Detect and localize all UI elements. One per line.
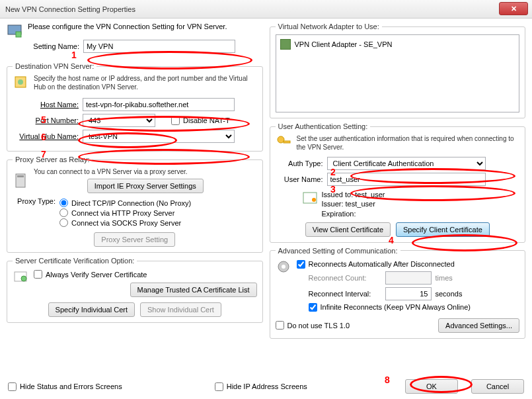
adapter-group: Virtual Network Adapter to Use: VPN Clie… [270,22,526,118]
vpn-icon [7,22,22,38]
proxy-type-label: Proxy Type: [13,197,56,228]
user-name-label: User Name: [276,175,323,183]
svg-rect-1 [16,32,21,37]
destination-group: Destination VPN Server: Specify the host… [7,62,263,152]
infinite-checkbox[interactable] [309,303,317,312]
no-tls-checkbox[interactable] [276,321,284,330]
client-cert-icon [302,190,318,206]
reconnect-count-input [385,271,432,285]
cert-verify-legend: Server Certificate Verification Option: [13,257,137,265]
close-icon: ✕ [511,5,517,13]
reconnect-interval-label: Reconnect Interval: [309,290,381,298]
auth-legend: User Authentication Setting: [276,122,371,130]
cert-verify-group: Server Certificate Verification Option: … [7,257,263,323]
svg-rect-5 [17,175,24,177]
close-button[interactable]: ✕ [499,2,528,15]
advanced-settings-button[interactable]: Advanced Settings... [438,318,519,333]
proxy-note: You can connect to a VPN Server via a pr… [34,167,257,176]
hide-status-checkbox[interactable] [8,382,17,391]
hub-label: Virtual Hub Name: [13,132,79,140]
reconnect-interval-unit: seconds [436,290,463,298]
adapter-icon [280,39,291,50]
auth-group: User Authentication Setting: Set the use… [270,122,526,243]
cert-issuer: Issuer: test_user [322,199,385,208]
advanced-group: Advanced Setting of Communication: Recon… [270,247,526,339]
cert-icon [13,269,28,285]
window-title: New VPN Connection Setting Properties [5,5,135,13]
hide-ip-label: Hide IP Address Screens [227,382,307,390]
reconnect-auto-checkbox[interactable] [297,260,305,269]
proxy-socks-label: Connect via SOCKS Proxy Server [71,219,181,227]
reconnect-count-label: Reconnect Count: [309,274,381,282]
auth-type-label: Auth Type: [276,159,323,167]
auth-note: Set the user authentication information … [297,134,520,152]
cert-expiration: Expiration: [322,209,385,218]
server-icon [13,74,28,90]
manage-ca-button[interactable]: Manage Trusted CA Certificate List [130,283,257,297]
proxy-icon [13,173,28,189]
adapter-item[interactable]: VPN Client Adapter - SE_VPN [279,38,517,51]
reconnect-interval-input[interactable] [385,287,432,300]
svg-point-13 [282,265,285,269]
setting-name-label: Setting Name: [28,42,79,50]
key-icon [276,134,291,150]
proxy-group: Proxy Server as Relay: You can connect t… [7,155,263,253]
host-label: Host Name: [13,101,79,109]
proxy-http-radio[interactable] [59,208,68,217]
cert-issued-to: Issued to: test_user [322,190,385,199]
svg-point-7 [21,276,26,281]
reconnect-count-unit: times [436,274,453,282]
advanced-legend: Advanced Setting of Communication: [276,247,400,255]
adapter-legend: Virtual Network Adapter to Use: [276,22,382,30]
reconnect-auto-label: Reconnects Automatically After Disconnec… [309,260,455,268]
import-ie-button[interactable]: Import IE Proxy Server Settings [87,179,204,193]
user-name-input[interactable] [327,173,486,186]
nat-checkbox[interactable] [171,116,180,125]
destination-note: Specify the host name or IP address, and… [34,74,257,91]
adapter-item-label: VPN Client Adapter - SE_VPN [295,40,393,48]
proxy-direct-label: Direct TCP/IP Connection (No Proxy) [71,199,191,207]
specify-cert-button[interactable]: Specify Individual Cert [48,302,135,317]
hide-ip-checkbox[interactable] [215,382,223,391]
always-verify-checkbox[interactable] [34,270,42,279]
proxy-setting-button: Proxy Server Setting [94,232,175,247]
specify-client-cert-button[interactable]: Specify Client Certificate [396,222,490,237]
gear-icon [276,259,291,275]
hide-status-label: Hide Status and Errors Screens [20,382,122,390]
port-label: Port Number: [13,116,79,124]
proxy-http-label: Connect via HTTP Proxy Server [71,209,174,217]
proxy-legend: Proxy Server as Relay: [13,155,92,163]
destination-legend: Destination VPN Server: [13,62,96,70]
nat-label: Disable NAT-T [183,116,230,124]
intro-text: Please configure the VPN Connection Sett… [28,22,235,30]
view-client-cert-button[interactable]: View Client Certificate [305,222,391,237]
ok-button[interactable]: OK [405,379,458,394]
infinite-label: Infinite Reconnects (Keep VPN Always Onl… [321,303,471,311]
svg-point-3 [18,79,23,85]
proxy-direct-radio[interactable] [59,199,68,207]
proxy-socks-radio[interactable] [59,218,68,227]
host-input[interactable] [83,98,235,111]
setting-name-input[interactable] [83,40,235,53]
svg-point-11 [312,198,316,202]
no-tls-label: Do not use TLS 1.0 [287,322,350,330]
show-cert-button: Show Individual Cert [140,302,221,317]
hub-select[interactable]: test-VPN [83,130,235,143]
titlebar: New VPN Connection Setting Properties ✕ [0,0,532,19]
adapter-list[interactable]: VPN Client Adapter - SE_VPN [276,34,520,112]
port-select[interactable]: 443 [83,114,155,127]
always-verify-label: Always Verify Server Certificate [46,271,147,279]
auth-type-select[interactable]: Client Certificate Authentication [327,157,486,170]
cancel-button[interactable]: Cancel [471,379,524,394]
svg-rect-9 [284,141,290,143]
